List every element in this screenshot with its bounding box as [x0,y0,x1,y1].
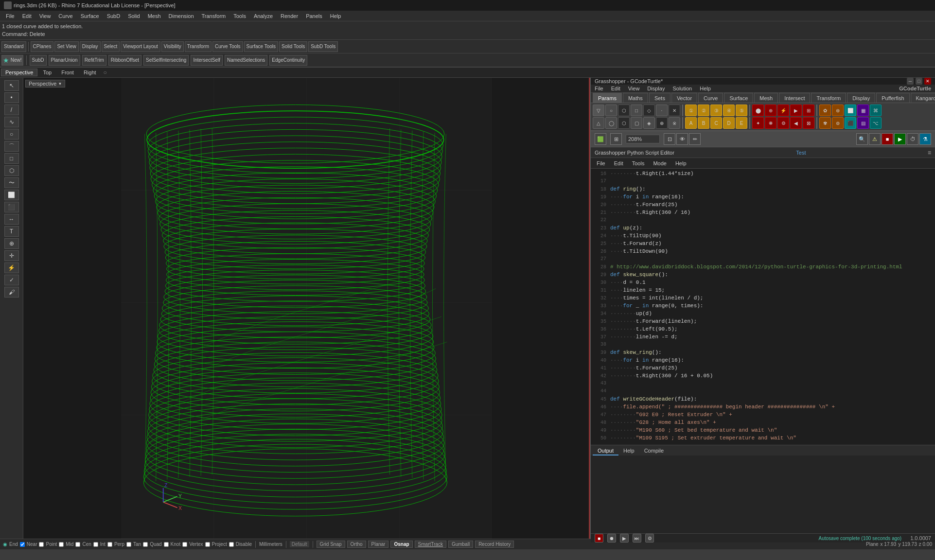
menu-surface[interactable]: Surface [77,12,103,20]
gh-menu-help[interactable]: Help [696,85,715,92]
gh-icon2-6[interactable]: ⊕ [656,117,668,129]
paint-icon[interactable]: 🖌 [4,287,19,298]
gh-menu-file[interactable]: File [591,85,607,92]
gh-settings-btn[interactable]: ⚠ [869,133,881,145]
gh-menu-display[interactable]: Display [643,85,669,92]
tb-visibility[interactable]: Visibility [161,41,184,52]
gh-minimize-btn[interactable]: ─ [907,78,914,85]
gh-icon-square[interactable]: □ [631,105,642,116]
gh-menu-solution[interactable]: Solution [669,85,696,92]
gh-schedule-btn[interactable]: ⏱ [907,133,918,145]
gh-icon2-y4[interactable]: D [723,117,735,129]
gh-icon2-7[interactable]: ※ [669,117,680,129]
end-checkbox[interactable] [20,542,25,547]
gh-icon-y1[interactable]: ① [685,105,697,116]
gh-icon2-y5[interactable]: E [736,117,747,129]
vp-tab-top[interactable]: Top [38,69,56,76]
tb-refit-trim[interactable]: RefitTrim [82,55,106,66]
surface-tool-icon[interactable]: ⬜ [4,190,19,200]
gh-icon-triangle-dark[interactable]: ▽ [593,105,604,116]
gh-tab-surface[interactable]: Surface [724,93,753,103]
cen-checkbox[interactable] [93,542,98,547]
line-tool-icon[interactable]: / [4,105,19,115]
gh-icon-y3[interactable]: ③ [710,105,722,116]
gh-icon2-p1[interactable]: ▤ [857,117,869,129]
curve-tool-icon[interactable]: ∿ [4,117,19,127]
circle-tool-icon[interactable]: ○ [4,129,19,140]
int-checkbox[interactable] [107,542,112,547]
gh-icon2-r2[interactable]: ❋ [765,117,776,129]
tb-display[interactable]: Display [80,41,101,52]
tb-cplanes[interactable]: CPlanes [31,41,54,52]
gh-icon-y4[interactable]: ④ [723,105,735,116]
ortho-btn[interactable]: Ortho [347,541,366,548]
gh-editor-help[interactable]: Help [671,159,690,167]
viewport-area[interactable]: Perspective ▼ [23,78,590,539]
osnap-btn[interactable]: Osnap [390,541,412,548]
tb-planar-union[interactable]: PlanarUnion [49,55,80,66]
gh-icon-x[interactable]: ✕ [669,105,680,116]
gh-menu-view[interactable]: View [624,85,644,92]
vp-tab-perspective[interactable]: Perspective [1,69,37,76]
menu-mesh[interactable]: Mesh [144,12,165,20]
menu-render[interactable]: Render [277,12,302,20]
gh-icon2-t1[interactable]: ⬛ [845,117,856,129]
gh-icon-y5[interactable]: ⑤ [736,105,747,116]
code-editor-area[interactable]: 16 ········t.Right(1.44*size) 17 18 def … [591,169,935,445]
menu-solid[interactable]: Solid [124,12,143,20]
gh-icon2-r4[interactable]: ◀ [790,117,802,129]
gh-stop-btn[interactable]: ■ [882,133,893,145]
gh-step-icon[interactable]: ⏭ [633,534,641,542]
tb-surface-tools[interactable]: Surface Tools [244,41,278,52]
gh-icon-y2[interactable]: ② [698,105,709,116]
gh-icon2-o2[interactable]: ⊚ [832,117,844,129]
menu-curve[interactable]: Curve [54,12,76,20]
vertex-checkbox[interactable] [205,542,210,547]
point-tool-icon[interactable]: • [4,92,19,103]
gh-icon-dot[interactable]: · [656,105,668,116]
select-tool-icon[interactable]: ↖ [4,80,19,91]
gh-menu-edit[interactable]: Edit [607,85,624,92]
analyze-icon[interactable]: ⚡ [4,262,19,273]
menu-tools[interactable]: Tools [229,12,250,20]
tb-sel-self[interactable]: SelSelfIntersecting [143,55,189,66]
gh-tab-sets[interactable]: Sets [649,93,670,103]
gh-tab-transform[interactable]: Transform [811,93,846,103]
vp-tab-front[interactable]: Front [57,69,78,76]
gh-icon2-r3[interactable]: ⚙ [777,117,789,129]
default-layer[interactable]: Default [290,541,309,547]
gh-icon-circle[interactable]: ○ [605,105,617,116]
gh-icon-r1[interactable]: ⬤ [752,105,764,116]
vp-tab-right[interactable]: Right [79,69,101,76]
gh-icon-o1[interactable]: ✿ [819,105,831,116]
gh-out-tab-help[interactable]: Help [618,447,639,455]
dimension-icon[interactable]: ↔ [4,214,19,225]
gh-icon2-r5[interactable]: ⊠ [803,117,814,129]
menu-help[interactable]: Help [326,12,345,20]
tb-edge-cont[interactable]: EdgeContinuity [269,55,307,66]
gh-icon2-o1[interactable]: ✾ [819,117,831,129]
gh-icon-t1[interactable]: ⬜ [845,105,856,116]
gumball-icon[interactable]: ✛ [4,250,19,261]
gh-fit-view-btn[interactable]: ⊡ [664,133,675,145]
gh-icon-r4[interactable]: ▶ [790,105,802,116]
gh-tab-display[interactable]: Display [847,93,875,103]
record-history-btn[interactable]: Record History [475,541,514,548]
gh-stop-status-icon[interactable]: ■ [595,534,603,542]
gh-icon-r2[interactable]: ⊕ [765,105,776,116]
gh-tab-intersect[interactable]: Intersect [779,93,810,103]
gh-icon2-2[interactable]: ◯ [605,117,617,129]
gh-options-icon[interactable]: ⚙ [645,534,654,542]
text-icon[interactable]: T [4,226,19,237]
tb-transform[interactable]: Transform [185,41,212,52]
gh-search-btn[interactable]: 🔍 [856,133,868,145]
gh-editor-mode[interactable]: Mode [649,159,670,167]
tb-intersect-self[interactable]: IntersectSelf [191,55,223,66]
gumball-btn[interactable]: Gumball [448,541,473,548]
gh-canvas-grid-btn[interactable]: ⊞ [610,133,622,145]
knot-checkbox[interactable] [182,542,187,547]
tb-named-sel[interactable]: NamedSelections [225,55,267,66]
solid-box-icon[interactable]: ⬛ [4,202,19,212]
mid-checkbox[interactable] [75,542,80,547]
gh-tab-kangaroo2[interactable]: Kangaroo2 [911,93,935,103]
